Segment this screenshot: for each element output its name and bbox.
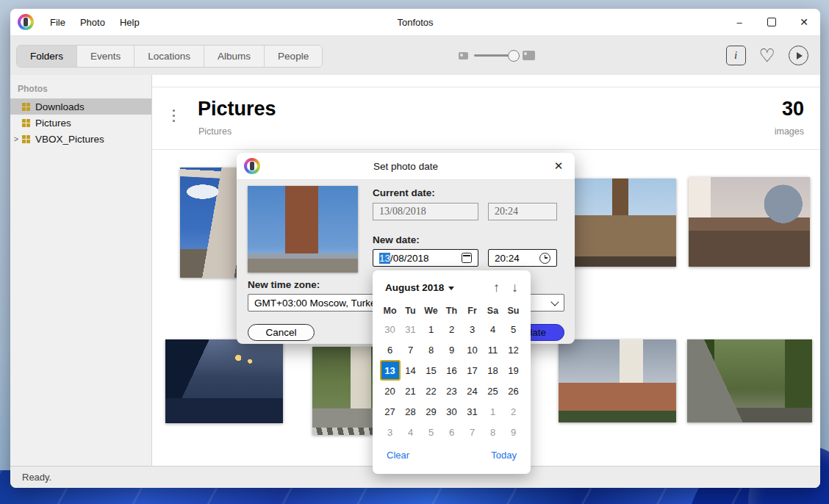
zoom-slider-thumb[interactable] [508,50,520,62]
photo-thumbnail-city-panorama[interactable] [559,339,676,422]
image-large-icon [523,51,535,60]
zoom-slider-track[interactable] [474,54,517,57]
calendar-day-6[interactable]: 6 [380,339,401,360]
app-logo-icon [18,14,34,30]
main-header: Pictures Pictures 30 images [152,87,820,150]
calendar-month-label: August 2018 [385,282,444,293]
close-button[interactable]: ✕ [788,9,820,35]
sidebar-item-label: Downloads [35,101,85,112]
slideshow-play-button[interactable] [789,46,808,65]
calendar-day-1[interactable]: 1 [421,319,442,339]
play-icon [797,52,803,60]
calendar-day-9[interactable]: 9 [503,422,524,442]
calendar-day-5[interactable]: 5 [503,319,524,339]
calendar-day-2[interactable]: 2 [503,401,524,422]
menu-file[interactable]: File [44,14,71,31]
calendar-day-30[interactable]: 30 [442,401,462,422]
kebab-menu-icon[interactable] [173,109,175,122]
calendar-today-link[interactable]: Today [491,450,517,461]
calendar-header: August 2018 ↑ ↓ [379,278,524,297]
calendar-day-4[interactable]: 4 [483,319,503,339]
calendar-day-3[interactable]: 3 [462,319,483,339]
calendar-day-11[interactable]: 11 [483,339,503,360]
photo-thumbnail-park-promenade[interactable] [687,339,812,422]
minimize-button[interactable]: – [723,9,756,35]
calendar-day-18[interactable]: 18 [483,360,503,381]
image-count: 30 [782,98,804,120]
calendar-day-6[interactable]: 6 [442,422,462,442]
desktop: File Photo Help Tonfotos – ✕ FoldersEven… [0,0,829,504]
maximize-button[interactable] [756,9,788,35]
sidebar-item-downloads[interactable]: Downloads [10,98,151,115]
calendar-clear-link[interactable]: Clear [387,450,409,461]
page-title: Pictures [198,98,276,120]
favorites-heart-icon[interactable]: ♡ [759,46,775,65]
calendar-day-28[interactable]: 28 [401,401,421,422]
calendar-day-8[interactable]: 8 [421,339,442,360]
cancel-button[interactable]: Cancel [248,324,315,341]
calendar-day-9[interactable]: 9 [442,339,462,360]
calendar-day-20[interactable]: 20 [380,381,401,401]
clock-picker-icon[interactable] [539,253,550,264]
calendar-day-27[interactable]: 27 [380,401,401,422]
calendar-day-26[interactable]: 26 [503,381,524,401]
photo-thumbnail-basilica-facade[interactable] [570,179,676,267]
calendar-nav-arrows: ↑ ↓ [493,281,524,294]
calendar-day-13[interactable]: 13 [380,360,401,381]
tab-bar: FoldersEventsLocationsAlbumsPeople [16,45,323,68]
new-date-input[interactable]: 13/08/2018 [373,249,478,267]
calendar-day-25[interactable]: 25 [483,381,503,401]
tab-albums[interactable]: Albums [204,46,265,67]
calendar-picker-icon[interactable] [462,253,472,263]
photo-thumbnail-dome-street[interactable] [689,177,810,267]
calendar-day-2[interactable]: 2 [442,319,462,339]
dialog-photo-thumbnail-bell-tower [248,186,358,273]
calendar-day-7[interactable]: 7 [462,422,483,442]
window-controls: – ✕ [723,9,820,35]
calendar-day-5[interactable]: 5 [421,422,442,442]
calendar-day-31[interactable]: 31 [401,319,421,339]
calendar-day-19[interactable]: 19 [503,360,524,381]
photo-thumbnail-dusk-lamps[interactable] [165,339,283,423]
calendar-day-22[interactable]: 22 [421,381,442,401]
date-picker-popup: August 2018 ↑ ↓ MoTuWeThFrSaSu 303112345… [373,270,531,474]
menu-help[interactable]: Help [114,14,146,31]
calendar-day-23[interactable]: 23 [442,381,462,401]
new-time-input[interactable]: 20:24 [488,249,557,267]
calendar-dayname-we: We [421,303,442,319]
next-month-arrow-icon[interactable]: ↓ [512,281,518,294]
calendar-day-8[interactable]: 8 [483,422,503,442]
calendar-day-14[interactable]: 14 [401,360,421,381]
calendar-dayname-mo: Mo [380,303,401,319]
calendar-day-17[interactable]: 17 [462,360,483,381]
chevron-down-icon [550,298,559,306]
calendar-day-21[interactable]: 21 [401,381,421,401]
calendar-dayname-sa: Sa [483,303,503,319]
calendar-day-29[interactable]: 29 [421,401,442,422]
calendar-day-4[interactable]: 4 [401,422,421,442]
calendar-day-7[interactable]: 7 [401,339,421,360]
calendar-day-15[interactable]: 15 [421,360,442,381]
calendar-day-30[interactable]: 30 [380,319,401,339]
calendar-day-31[interactable]: 31 [462,401,483,422]
calendar-day-10[interactable]: 10 [462,339,483,360]
tab-events[interactable]: Events [77,46,134,67]
tab-locations[interactable]: Locations [134,46,204,67]
expand-chevron-icon[interactable]: > [10,134,22,143]
calendar-day-12[interactable]: 12 [503,339,524,360]
new-date-value: 13/08/2018 [379,253,429,264]
prev-month-arrow-icon[interactable]: ↑ [493,281,500,294]
calendar-month-selector[interactable]: August 2018 [379,282,454,293]
calendar-day-24[interactable]: 24 [462,381,483,401]
sidebar-item-vbox_pictures[interactable]: >VBOX_Pictures [10,131,151,147]
new-date-label: New date: [373,234,420,245]
tab-folders[interactable]: Folders [17,46,77,67]
calendar-day-1[interactable]: 1 [483,401,503,422]
info-button[interactable]: i [726,46,746,65]
sidebar-item-pictures[interactable]: Pictures [10,115,151,131]
calendar-day-3[interactable]: 3 [380,422,401,442]
dialog-title-bar: Set photo date ✕ [237,153,575,180]
tab-people[interactable]: People [265,46,322,67]
calendar-day-16[interactable]: 16 [442,360,462,381]
menu-photo[interactable]: Photo [74,14,111,31]
